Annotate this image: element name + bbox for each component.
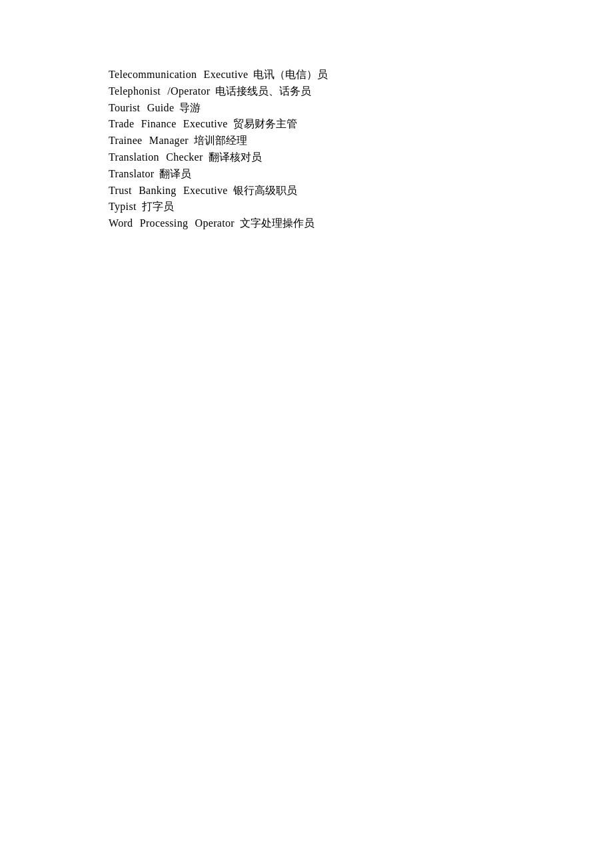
- entry-english: Translator: [109, 166, 154, 183]
- entry-english: Translation Checker: [109, 149, 203, 166]
- entry-english: Telephonist /Operator: [109, 83, 210, 100]
- list-item: Telecommunication Executive电讯（电信）员: [109, 67, 560, 83]
- entry-english: Word Processing Operator: [109, 215, 235, 232]
- entry-english: Telecommunication Executive: [109, 67, 248, 83]
- entry-chinese: 培训部经理: [194, 133, 247, 149]
- entry-chinese: 导游: [179, 100, 201, 117]
- list-item: Trust Banking Executive银行高级职员: [109, 183, 560, 199]
- entry-english: Typist: [109, 199, 137, 215]
- list-item: Word Processing Operator文字处理操作员: [109, 215, 560, 232]
- entry-chinese: 文字处理操作员: [240, 215, 314, 232]
- entry-english: Tourist Guide: [109, 100, 174, 117]
- content-area: Telecommunication Executive电讯（电信）员Teleph…: [0, 0, 613, 232]
- entry-chinese: 电讯（电信）员: [253, 67, 328, 83]
- list-item: Typist打字员: [109, 199, 560, 215]
- entry-chinese: 银行高级职员: [233, 183, 297, 199]
- entry-chinese: 打字员: [142, 199, 174, 215]
- entry-chinese: 翻译核对员: [209, 149, 262, 166]
- list-item: Translator翻译员: [109, 166, 560, 183]
- entry-english: Trade Finance Executive: [109, 116, 228, 133]
- entry-chinese: 贸易财务主管: [233, 116, 297, 133]
- entry-english: Trainee Manager: [109, 133, 189, 149]
- list-item: Telephonist /Operator电话接线员、话务员: [109, 83, 560, 100]
- entry-chinese: 翻译员: [159, 166, 191, 183]
- entry-chinese: 电话接线员、话务员: [215, 83, 311, 100]
- list-item: Translation Checker翻译核对员: [109, 149, 560, 166]
- list-item: Trade Finance Executive贸易财务主管: [109, 116, 560, 133]
- list-item: Tourist Guide导游: [109, 100, 560, 117]
- list-item: Trainee Manager培训部经理: [109, 133, 560, 149]
- entry-english: Trust Banking Executive: [109, 183, 228, 199]
